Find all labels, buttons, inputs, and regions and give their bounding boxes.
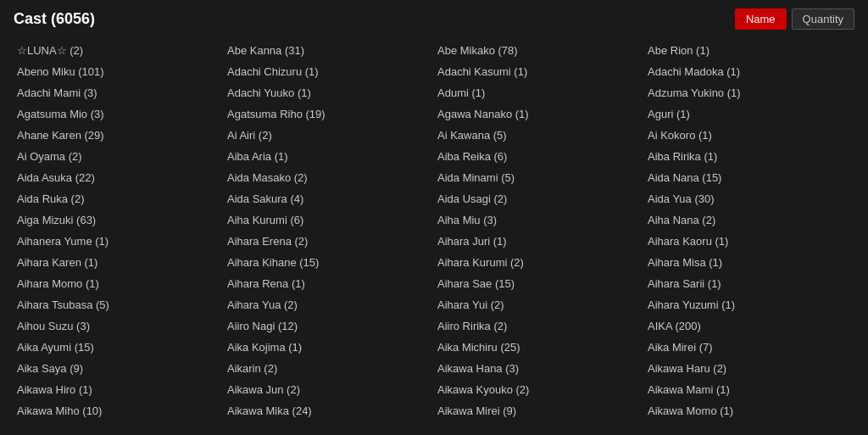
- cast-item[interactable]: Ai Kokoro (1): [644, 125, 854, 146]
- cast-item[interactable]: Ai Oyama (2): [14, 146, 224, 167]
- cast-item[interactable]: Aikarin (2): [224, 358, 434, 379]
- cast-item[interactable]: Aikawa Momo (1): [644, 400, 854, 421]
- cast-item[interactable]: Aida Minami (5): [434, 167, 644, 188]
- cast-item[interactable]: Aihara Sae (15): [434, 273, 644, 294]
- cast-item[interactable]: Aihara Sarii (1): [644, 273, 854, 294]
- cast-item[interactable]: Aihara Yua (2): [224, 294, 434, 315]
- cast-item[interactable]: Ahane Karen (29): [14, 125, 224, 146]
- cast-item[interactable]: Aida Usagi (2): [434, 188, 644, 209]
- cast-item[interactable]: Aiga Mizuki (63): [14, 209, 224, 231]
- cast-item[interactable]: Ai Kawana (5): [434, 125, 644, 146]
- cast-item[interactable]: Aikawa Hana (3): [434, 358, 644, 379]
- cast-item[interactable]: Aika Mirei (7): [644, 337, 854, 358]
- cast-item[interactable]: Abe Kanna (31): [224, 40, 434, 61]
- cast-item[interactable]: Adachi Kasumi (1): [434, 61, 644, 82]
- cast-grid: ☆LUNA☆ (2)Abe Kanna (31)Abe Mikako (78)A…: [14, 40, 854, 421]
- cast-item[interactable]: Aiba Aria (1): [224, 146, 434, 167]
- cast-item[interactable]: Agawa Nanako (1): [434, 103, 644, 125]
- cast-item[interactable]: Aihara Tsubasa (5): [14, 294, 224, 315]
- cast-item[interactable]: ☆LUNA☆ (2): [14, 40, 224, 61]
- cast-item[interactable]: Aika Ayumi (15): [14, 337, 224, 358]
- cast-item[interactable]: Abe Mikako (78): [434, 40, 644, 61]
- cast-item[interactable]: Aihara Kurumi (2): [434, 252, 644, 273]
- page-header: Cast (6056) Name Quantity: [0, 0, 868, 36]
- cast-item[interactable]: Abe Rion (1): [644, 40, 854, 61]
- page-title: Cast (6056): [14, 10, 95, 28]
- cast-item[interactable]: Aida Yua (30): [644, 188, 854, 209]
- name-button[interactable]: Name: [735, 8, 787, 30]
- cast-item[interactable]: Adachi Chizuru (1): [224, 61, 434, 82]
- cast-item[interactable]: Aika Kojima (1): [224, 337, 434, 358]
- cast-item[interactable]: Aika Saya (9): [14, 358, 224, 379]
- cast-item[interactable]: Aihou Suzu (3): [14, 315, 224, 337]
- cast-item[interactable]: Adachi Madoka (1): [644, 61, 854, 82]
- cast-list-container: ☆LUNA☆ (2)Abe Kanna (31)Abe Mikako (78)A…: [0, 36, 868, 429]
- cast-item[interactable]: Aida Nana (15): [644, 167, 854, 188]
- cast-item[interactable]: Adumi (1): [434, 82, 644, 103]
- cast-item[interactable]: Adzuma Yukino (1): [644, 82, 854, 103]
- cast-item[interactable]: Agatsuma Mio (3): [14, 103, 224, 125]
- cast-item[interactable]: Aikawa Hiro (1): [14, 379, 224, 400]
- cast-item[interactable]: Aikawa Jun (2): [224, 379, 434, 400]
- cast-item[interactable]: Aikawa Haru (2): [644, 358, 854, 379]
- cast-item[interactable]: Aikawa Miho (10): [14, 400, 224, 421]
- cast-item[interactable]: Aiba Reika (6): [434, 146, 644, 167]
- cast-item[interactable]: Aihara Juri (1): [434, 231, 644, 252]
- cast-item[interactable]: Aida Masako (2): [224, 167, 434, 188]
- cast-item[interactable]: Aikawa Mami (1): [644, 379, 854, 400]
- quantity-button[interactable]: Quantity: [792, 8, 854, 30]
- cast-item[interactable]: Aihara Misa (1): [644, 252, 854, 273]
- cast-item[interactable]: Aikawa Kyouko (2): [434, 379, 644, 400]
- cast-item[interactable]: Aika Michiru (25): [434, 337, 644, 358]
- cast-item[interactable]: Aiha Nana (2): [644, 209, 854, 231]
- cast-item[interactable]: Aida Sakura (4): [224, 188, 434, 209]
- cast-item[interactable]: Aikawa Mirei (9): [434, 400, 644, 421]
- cast-item[interactable]: Adachi Yuuko (1): [224, 82, 434, 103]
- cast-item[interactable]: Agatsuma Riho (19): [224, 103, 434, 125]
- cast-item[interactable]: Aiha Miu (3): [434, 209, 644, 231]
- cast-item[interactable]: Aiiro Nagi (12): [224, 315, 434, 337]
- cast-item[interactable]: Aihara Karen (1): [14, 252, 224, 273]
- cast-item[interactable]: Aihanera Yume (1): [14, 231, 224, 252]
- cast-item[interactable]: Adachi Mami (3): [14, 82, 224, 103]
- cast-item[interactable]: Aiha Kurumi (6): [224, 209, 434, 231]
- cast-item[interactable]: Aihara Rena (1): [224, 273, 434, 294]
- cast-item[interactable]: Abeno Miku (101): [14, 61, 224, 82]
- cast-item[interactable]: AIKA (200): [644, 315, 854, 337]
- cast-item[interactable]: Aihara Yuzumi (1): [644, 294, 854, 315]
- cast-item[interactable]: Aihara Kaoru (1): [644, 231, 854, 252]
- cast-item[interactable]: Aihara Erena (2): [224, 231, 434, 252]
- view-toggle-buttons: Name Quantity: [735, 8, 854, 30]
- cast-item[interactable]: Aihara Momo (1): [14, 273, 224, 294]
- cast-item[interactable]: Aikawa Mika (24): [224, 400, 434, 421]
- cast-item[interactable]: Aida Ruka (2): [14, 188, 224, 209]
- cast-item[interactable]: Aihara Kihane (15): [224, 252, 434, 273]
- cast-item[interactable]: Aiba Ririka (1): [644, 146, 854, 167]
- cast-item[interactable]: Aiiro Ririka (2): [434, 315, 644, 337]
- cast-item[interactable]: Aihara Yui (2): [434, 294, 644, 315]
- cast-item[interactable]: Aguri (1): [644, 103, 854, 125]
- cast-item[interactable]: Ai Airi (2): [224, 125, 434, 146]
- cast-item[interactable]: Aida Asuka (22): [14, 167, 224, 188]
